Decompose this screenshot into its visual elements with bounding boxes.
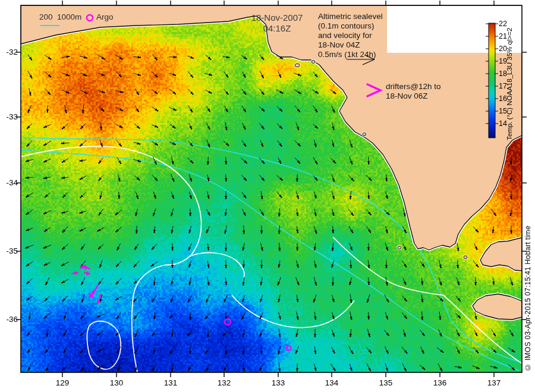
velocity-arrow-head-dot bbox=[246, 179, 247, 181]
velocity-arrow-head-dot bbox=[333, 128, 334, 129]
velocity-arrow-head-dot bbox=[157, 127, 158, 128]
velocity-arrow-head-dot bbox=[423, 335, 424, 336]
velocity-arrow-head-dot bbox=[243, 353, 244, 354]
velocity-arrow-head-dot bbox=[192, 77, 193, 78]
velocity-arrow-head-dot bbox=[441, 370, 442, 371]
velocity-arrow-head-dot bbox=[263, 214, 264, 216]
velocity-arrow-head-dot bbox=[242, 249, 243, 251]
velocity-arrow-head-dot bbox=[315, 146, 316, 147]
velocity-arrow-head-dot bbox=[243, 336, 244, 337]
velocity-arrow-head-dot bbox=[351, 146, 353, 147]
velocity-arrow-head-dot bbox=[332, 284, 333, 286]
drifter-and-argo-markers bbox=[73, 265, 291, 350]
velocity-arrow-head-dot bbox=[299, 145, 300, 146]
velocity-arrow-head-dot bbox=[388, 301, 389, 302]
velocity-arrow-head-dot bbox=[350, 336, 351, 337]
velocity-arrow-head-dot bbox=[241, 318, 243, 320]
velocity-arrow-head-dot bbox=[82, 112, 83, 113]
velocity-arrow-head-dot bbox=[279, 370, 280, 371]
x-axis-tick-label: 131 bbox=[160, 378, 181, 387]
velocity-arrow-head-dot bbox=[225, 353, 226, 355]
velocity-arrow-head-dot bbox=[45, 196, 46, 197]
velocity-arrow-head-dot bbox=[260, 301, 261, 302]
velocity-arrow-head-dot bbox=[224, 301, 225, 302]
velocity-arrow-head-dot bbox=[118, 197, 119, 198]
velocity-arrow-head-dot bbox=[369, 336, 370, 337]
velocity-arrow-head-dot bbox=[351, 249, 353, 250]
velocity-arrow-head-dot bbox=[440, 335, 442, 336]
velocity-arrow-head-dot bbox=[245, 146, 246, 147]
velocity-arrow-head-dot bbox=[103, 110, 104, 112]
velocity-arrow-head-dot bbox=[495, 335, 496, 336]
velocity-arrow-head-dot bbox=[243, 266, 244, 267]
velocity-arrow-head-dot bbox=[333, 214, 334, 216]
velocity-arrow-head-dot bbox=[169, 352, 171, 353]
velocity-arrow-head-dot bbox=[192, 162, 193, 163]
velocity-arrow-head-dot bbox=[298, 284, 299, 285]
colorbar-gradient-bar bbox=[489, 23, 495, 138]
velocity-arrow-head-dot bbox=[333, 335, 335, 336]
island bbox=[398, 246, 401, 249]
colorbar-tick-label: 21 bbox=[499, 32, 507, 40]
x-axis-tick-label: 129 bbox=[52, 378, 73, 387]
velocity-arrow-head-dot bbox=[171, 283, 172, 284]
velocity-arrow-head-dot bbox=[134, 266, 135, 267]
map-title-date: 18-Nov-2007 bbox=[240, 12, 314, 23]
velocity-arrow-head-dot bbox=[43, 144, 45, 146]
velocity-arrow-head-dot bbox=[188, 249, 189, 250]
velocity-arrow-head-dot bbox=[492, 232, 493, 233]
velocity-arrow-head-dot bbox=[333, 181, 335, 182]
sealevel-contour-line bbox=[21, 146, 202, 372]
velocity-arrow-head-dot bbox=[81, 369, 83, 371]
velocity-arrow-head-dot bbox=[475, 284, 476, 285]
velocity-arrow-head-dot bbox=[154, 318, 155, 319]
velocity-arrow-head-dot bbox=[134, 248, 136, 249]
velocity-arrow-head-dot bbox=[263, 77, 264, 78]
velocity-arrow-head-dot bbox=[262, 198, 263, 199]
velocity-arrow-head-dot bbox=[175, 75, 176, 76]
velocity-arrow-head-dot bbox=[387, 318, 388, 319]
velocity-arrow-head-dot bbox=[442, 300, 443, 301]
velocity-arrow-head-dot bbox=[27, 352, 28, 353]
velocity-arrow-head-dot bbox=[49, 94, 51, 95]
velocity-arrow-head-dot bbox=[208, 267, 209, 268]
velocity-arrow-head-dot bbox=[139, 128, 140, 129]
legend-line: and velocity for bbox=[318, 31, 407, 40]
velocity-arrow-head-dot bbox=[99, 267, 100, 268]
velocity-arrow-head-dot bbox=[174, 144, 175, 145]
velocity-arrow-head-dot bbox=[353, 180, 354, 181]
velocity-arrow-head-dot bbox=[261, 267, 262, 268]
velocity-arrow-head-dot bbox=[281, 128, 282, 129]
velocity-arrow-head-dot bbox=[224, 370, 225, 371]
velocity-arrow-head-dot bbox=[368, 318, 369, 319]
velocity-arrow-head-dot bbox=[65, 112, 67, 113]
velocity-arrow-head-dot bbox=[204, 318, 206, 319]
velocity-arrow-head-dot bbox=[210, 59, 211, 60]
velocity-arrow-head-dot bbox=[387, 249, 388, 251]
velocity-arrow-head-dot bbox=[26, 283, 27, 284]
velocity-arrow-head-dot bbox=[140, 161, 141, 162]
velocity-arrow-head-dot bbox=[156, 93, 158, 94]
island bbox=[295, 64, 300, 67]
island bbox=[464, 256, 467, 259]
velocity-arrow-head-dot bbox=[190, 214, 191, 216]
map-title-time: 04:16Z bbox=[240, 23, 314, 34]
velocity-arrow-head-dot bbox=[43, 213, 45, 214]
velocity-arrow-head-dot bbox=[31, 77, 32, 78]
velocity-arrow-head-dot bbox=[514, 351, 515, 352]
velocity-arrow-head-dot bbox=[225, 214, 226, 216]
velocity-arrow-head-dot bbox=[117, 249, 118, 250]
velocity-arrow-head-dot bbox=[245, 93, 246, 94]
velocity-arrow-head-dot bbox=[140, 75, 141, 76]
velocity-arrow-head-dot bbox=[313, 301, 314, 302]
velocity-arrow-head-dot bbox=[243, 284, 244, 285]
velocity-arrow-head-dot bbox=[79, 213, 80, 214]
velocity-arrow-head-dot bbox=[225, 267, 226, 268]
velocity-arrow-head-dot bbox=[460, 300, 461, 301]
velocity-arrow-head-dot bbox=[26, 177, 27, 178]
velocity-arrow-head-dot bbox=[458, 284, 460, 285]
velocity-arrow-head-dot bbox=[172, 249, 173, 250]
velocity-arrow-head-dot bbox=[62, 248, 63, 249]
colorbar-tick-label: 22 bbox=[499, 20, 507, 28]
legend-line: Altimetric sealevel bbox=[318, 12, 407, 21]
